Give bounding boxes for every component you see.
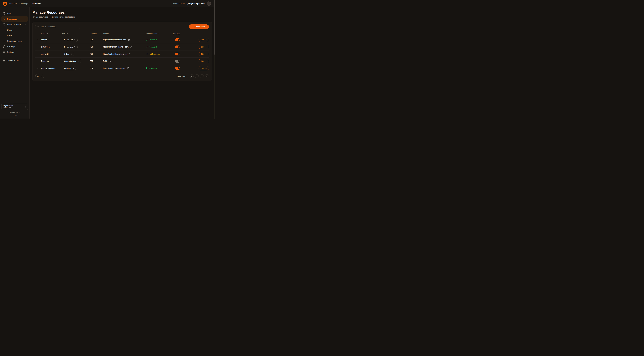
edit-button[interactable]: Edit (198, 38, 209, 42)
table-body: Immich Home Lab TCP https://immich.examp… (35, 36, 209, 72)
chevron-down-icon (40, 75, 42, 77)
site-link[interactable]: Office (62, 52, 74, 56)
sidebar-item-roles[interactable]: Roles (1, 33, 28, 38)
page-size-select[interactable]: 20 (35, 74, 44, 78)
resource-protocol: TCP (90, 53, 103, 55)
copy-access-button[interactable] (128, 67, 130, 69)
arrow-up-right-icon (78, 60, 79, 62)
column-header-enabled: Enabled (173, 32, 191, 35)
arrow-up-right-icon (70, 53, 72, 55)
sidebar-item-api-keys[interactable]: API Keys (1, 44, 28, 49)
sidebar-item-label: Users (7, 29, 23, 31)
enabled-toggle[interactable] (175, 38, 180, 41)
edit-button[interactable]: Edit (198, 52, 209, 56)
scrollbar[interactable] (214, 0, 215, 119)
edit-button[interactable]: Edit (198, 45, 209, 49)
row-menu-button[interactable] (36, 66, 40, 70)
page-info: Page 1 of 1 (177, 75, 186, 77)
row-menu-button[interactable] (36, 38, 40, 42)
next-page-button[interactable] (200, 74, 204, 78)
arrow-right-icon (205, 60, 207, 62)
site-name: Home Lab (64, 39, 73, 41)
row-menu-button[interactable] (36, 59, 40, 63)
previous-page-button[interactable] (195, 74, 199, 78)
enabled-toggle[interactable] (175, 60, 180, 62)
sort-icon (158, 33, 160, 34)
ellipsis-icon (37, 53, 39, 55)
link-icon (3, 40, 5, 42)
avatar[interactable]: J (207, 2, 211, 6)
copy-icon (108, 60, 110, 62)
last-page-button[interactable] (205, 74, 209, 78)
sidebar-item-users[interactable]: Users (1, 27, 28, 32)
edit-button-label: Edit (200, 67, 204, 69)
row-menu-button[interactable] (36, 45, 40, 49)
enabled-toggle[interactable] (175, 52, 180, 56)
user-email[interactable]: joe@example.com (188, 2, 204, 5)
auth-status-label: Protected (149, 46, 157, 48)
site-link[interactable]: Edge 01 (62, 66, 76, 70)
sidebar-item-server-admin[interactable]: Server Admin (1, 58, 28, 63)
sidebar-item-settings[interactable]: Settings (1, 49, 28, 55)
first-page-button[interactable] (190, 74, 194, 78)
sidebar-item-sites[interactable]: Sites (1, 11, 28, 16)
column-label: Site (62, 32, 65, 35)
breadcrumb-org[interactable]: home-lab (10, 2, 17, 5)
copy-icon (130, 46, 132, 48)
auth-status-label: Not Protected (149, 53, 160, 55)
site-link[interactable]: Second Office (62, 59, 81, 63)
column-label: Name (41, 32, 46, 35)
toggle-knob (178, 53, 180, 55)
site-name: Second Office (64, 60, 76, 62)
enabled-toggle[interactable] (175, 46, 180, 48)
chevron-left-icon (196, 75, 198, 77)
breadcrumb-current-page[interactable]: resources (32, 2, 41, 5)
add-resource-label: Add Resource (194, 26, 206, 28)
server-icon (3, 59, 5, 62)
sidebar-spacer (1, 63, 28, 104)
org-selector[interactable]: Organization Home Lab (1, 104, 28, 110)
ellipsis-icon (37, 60, 39, 62)
table-row: Battery Manager Edge 01 TCP https://batt… (35, 65, 209, 72)
copy-access-button[interactable] (128, 39, 130, 41)
scrollbar-thumb[interactable] (214, 0, 215, 55)
auth-status-label: Protected (149, 39, 157, 41)
sidebar-divider (2, 56, 28, 56)
table-row: Authentik Office TCP https://authentik.e… (35, 50, 209, 58)
column-header-protocol: Protocol (90, 32, 103, 35)
add-resource-button[interactable]: Add Resource (189, 24, 209, 29)
resource-access-url: https://immich.example.com (103, 39, 126, 41)
arrow-up-right-icon (72, 68, 74, 69)
row-menu-button[interactable] (36, 52, 40, 56)
sidebar-item-resources[interactable]: Resources (1, 16, 28, 22)
chevron-right-icon (201, 75, 203, 77)
site-link[interactable]: Home Lab (62, 38, 78, 42)
copy-access-button[interactable] (130, 46, 132, 48)
column-header-site[interactable]: Site (62, 32, 90, 35)
edit-button-label: Edit (200, 60, 204, 62)
sidebar-item-access-control[interactable]: Access Control (1, 22, 28, 27)
copy-access-button[interactable] (130, 53, 132, 55)
edit-button[interactable]: Edit (198, 59, 209, 63)
breadcrumb-settings[interactable]: settings (21, 2, 28, 5)
toggle-knob (178, 60, 180, 62)
open-source-link[interactable]: Open Source (9, 112, 20, 114)
copy-access-button[interactable] (108, 60, 110, 62)
documentation-link[interactable]: Documentation (172, 2, 184, 5)
resource-name: Authentik (41, 53, 62, 55)
auth-status: Protected (146, 39, 173, 41)
site-name: Edge 01 (64, 67, 71, 69)
sidebar-item-shareable-links[interactable]: Shareable Links (1, 38, 28, 44)
column-header-authentication[interactable]: Authentication (146, 32, 173, 35)
sites-icon (3, 12, 5, 15)
arrow-right-icon (205, 53, 207, 55)
app-logo[interactable] (3, 1, 7, 6)
column-header-name[interactable]: Name (41, 32, 62, 35)
app-version: v1.3.0 (12, 114, 17, 116)
edit-button[interactable]: Edit (198, 66, 209, 70)
resource-access-url: https://authentik.example.com (103, 53, 128, 55)
main-content: Manage Resources Create secure proxies t… (30, 7, 215, 118)
site-link[interactable]: Home Lab (62, 45, 78, 49)
enabled-toggle[interactable] (175, 67, 180, 70)
search-input[interactable] (40, 26, 78, 28)
